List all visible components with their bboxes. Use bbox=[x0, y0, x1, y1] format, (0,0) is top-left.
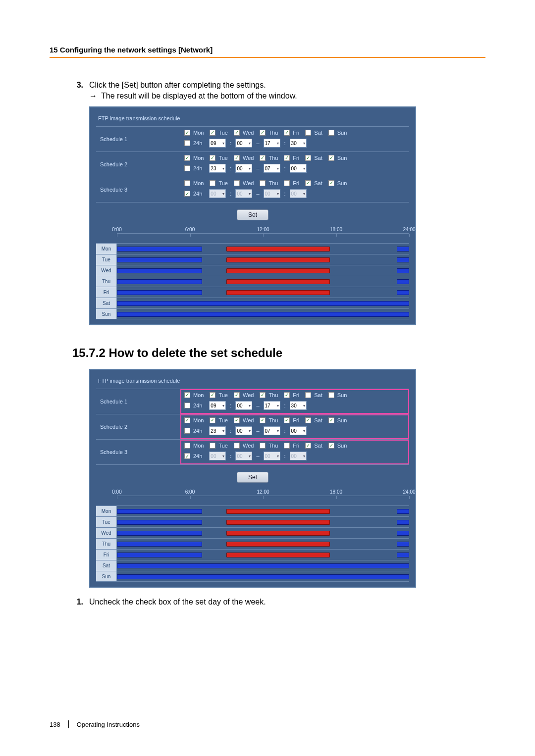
timeline-row-wed: Wed bbox=[96, 527, 409, 538]
schedule-3-sat-checkbox[interactable] bbox=[305, 443, 311, 449]
schedule-2-24h-checkbox[interactable] bbox=[184, 428, 190, 434]
schedule-2-end-min[interactable]: 00▾ bbox=[290, 164, 307, 173]
timeline-bar bbox=[117, 312, 409, 317]
schedule-2-end-hour[interactable]: 07▾ bbox=[264, 164, 280, 173]
schedule-3-days: MonTueWedThuFriSatSun bbox=[184, 443, 405, 449]
timeline-bar bbox=[397, 257, 409, 262]
schedule-1-fri-checkbox[interactable] bbox=[284, 392, 290, 398]
schedule-1-sat-checkbox[interactable] bbox=[305, 392, 311, 398]
schedule-2-thu-checkbox[interactable] bbox=[260, 417, 266, 423]
schedule-1-thu-checkbox[interactable] bbox=[260, 392, 266, 398]
schedule-3-fri-checkbox[interactable] bbox=[284, 443, 290, 449]
schedule-3-tue-checkbox[interactable] bbox=[210, 180, 215, 186]
schedule-1-wed-checkbox[interactable] bbox=[234, 130, 240, 136]
timeline: 0:006:0012:0018:0024:00MonTueWedThuFriSa… bbox=[96, 233, 409, 319]
schedule-2-start-min[interactable]: 00▾ bbox=[235, 164, 252, 173]
axis-label: 0:00 bbox=[112, 489, 121, 495]
schedule-3-mon-checkbox[interactable] bbox=[184, 443, 190, 449]
schedule-1-tue-checkbox[interactable] bbox=[210, 130, 215, 136]
schedule-1-end-hour[interactable]: 17▾ bbox=[264, 139, 280, 148]
schedule-1-end-min[interactable]: 30▾ bbox=[290, 401, 307, 410]
schedule-3-start-min[interactable]: 00▾ bbox=[235, 452, 252, 460]
schedule-1-mon-checkbox[interactable] bbox=[184, 130, 190, 136]
schedule-1-start-min[interactable]: 00▾ bbox=[235, 139, 252, 148]
schedule-1-sat-checkbox[interactable] bbox=[305, 130, 311, 136]
schedule-3-wed-label: Wed bbox=[243, 443, 254, 449]
schedule-2-sun-checkbox[interactable] bbox=[328, 417, 334, 423]
schedule-3-mon-checkbox[interactable] bbox=[184, 180, 190, 186]
schedule-1-sun-label: Sun bbox=[337, 392, 347, 398]
schedule-1-wed-checkbox[interactable] bbox=[234, 392, 240, 398]
schedule-3-thu-checkbox[interactable] bbox=[260, 443, 266, 449]
schedule-1-start-hour[interactable]: 09▾ bbox=[209, 139, 226, 148]
schedule-1-fri-label: Fri bbox=[293, 392, 299, 398]
timeline-row-tue: Tue bbox=[96, 516, 409, 527]
timeline-bar bbox=[226, 268, 330, 273]
schedule-2-24h-checkbox[interactable] bbox=[184, 165, 190, 171]
schedule-1-start-min[interactable]: 00▾ bbox=[235, 401, 252, 410]
schedule-2-end-hour[interactable]: 07▾ bbox=[264, 426, 280, 435]
schedule-1-wed-label: Wed bbox=[243, 130, 254, 136]
schedule-3-24h-label: 24h bbox=[193, 191, 202, 197]
schedule-1-24h-checkbox[interactable] bbox=[184, 140, 190, 146]
schedule-3-start-min[interactable]: 00▾ bbox=[235, 189, 252, 198]
schedule-2-fri-checkbox[interactable] bbox=[284, 155, 290, 161]
schedule-3-wed-checkbox[interactable] bbox=[234, 443, 240, 449]
schedule-3-24h-checkbox[interactable] bbox=[184, 191, 190, 197]
schedule-3-end-min[interactable]: 00▾ bbox=[290, 452, 307, 460]
schedule-3-end-min[interactable]: 00▾ bbox=[290, 189, 307, 198]
schedule-2-tue-checkbox[interactable] bbox=[210, 155, 215, 161]
schedule-1-end-min[interactable]: 30▾ bbox=[290, 139, 307, 148]
schedule-3-thu-checkbox[interactable] bbox=[260, 180, 266, 186]
schedule-1-tue-checkbox[interactable] bbox=[210, 392, 215, 398]
schedule-3-sun-checkbox[interactable] bbox=[328, 180, 334, 186]
schedule-2-sun-checkbox[interactable] bbox=[328, 155, 334, 161]
footer-label: Operating Instructions bbox=[77, 721, 140, 728]
timeline-axis: 0:006:0012:0018:0024:00 bbox=[117, 496, 409, 505]
schedule-3-start-hour[interactable]: 00▾ bbox=[209, 452, 226, 460]
schedule-1-thu-checkbox[interactable] bbox=[260, 130, 266, 136]
schedule-3-sun-checkbox[interactable] bbox=[328, 443, 334, 449]
schedule-3-end-hour[interactable]: 00▾ bbox=[264, 452, 280, 460]
schedule-2-days: MonTueWedThuFriSatSun bbox=[184, 417, 405, 423]
schedule-1-fri-checkbox[interactable] bbox=[284, 130, 290, 136]
schedule-3-end-hour[interactable]: 00▾ bbox=[264, 189, 280, 198]
set-button[interactable]: Set bbox=[237, 209, 268, 220]
schedule-3-24h-checkbox[interactable] bbox=[184, 453, 190, 459]
timeline-bar bbox=[226, 247, 330, 252]
schedule-1-24h-checkbox[interactable] bbox=[184, 403, 190, 408]
schedule-2-thu-checkbox[interactable] bbox=[260, 155, 266, 161]
schedule-2-wed-checkbox[interactable] bbox=[234, 417, 240, 423]
schedule-3-fri-checkbox[interactable] bbox=[284, 180, 290, 186]
schedule-2-start-min[interactable]: 00▾ bbox=[235, 426, 252, 435]
schedule-2-sat-checkbox[interactable] bbox=[305, 417, 311, 423]
schedule-3-start-hour[interactable]: 00▾ bbox=[209, 189, 226, 198]
header-title: 15 Configuring the network settings [Net… bbox=[50, 46, 485, 54]
schedule-2-start-hour[interactable]: 23▾ bbox=[209, 164, 226, 173]
schedule-2-fri-checkbox[interactable] bbox=[284, 417, 290, 423]
timeline-day-label: Thu bbox=[96, 539, 117, 549]
schedule-3-wed-checkbox[interactable] bbox=[234, 180, 240, 186]
chevron-down-icon: ▾ bbox=[249, 192, 251, 196]
schedule-1-thu-label: Thu bbox=[268, 130, 278, 136]
schedule-2-tue-checkbox[interactable] bbox=[210, 417, 215, 423]
schedule-3-sat-checkbox[interactable] bbox=[305, 180, 311, 186]
schedule-1-end-hour[interactable]: 17▾ bbox=[264, 401, 280, 410]
schedule-2-start-hour[interactable]: 23▾ bbox=[209, 426, 226, 435]
schedule-2-sat-checkbox[interactable] bbox=[305, 155, 311, 161]
set-button[interactable]: Set bbox=[237, 472, 268, 483]
schedule-2-mon-checkbox[interactable] bbox=[184, 417, 190, 423]
schedule-1-sun-checkbox[interactable] bbox=[328, 392, 334, 398]
schedule-2-mon-checkbox[interactable] bbox=[184, 155, 190, 161]
schedule-2-wed-checkbox[interactable] bbox=[234, 155, 240, 161]
schedule-1-mon-checkbox[interactable] bbox=[184, 392, 190, 398]
schedule-row-1: Schedule 1MonTueWedThuFriSatSun24h09▾:00… bbox=[96, 389, 409, 414]
schedule-1-sun-checkbox[interactable] bbox=[328, 130, 334, 136]
chevron-down-icon: ▾ bbox=[222, 429, 224, 433]
timeline-bar bbox=[226, 290, 330, 295]
schedule-1-sun-label: Sun bbox=[337, 130, 347, 136]
schedule-3-tue-checkbox[interactable] bbox=[210, 443, 215, 449]
schedule-2-end-min[interactable]: 00▾ bbox=[290, 426, 307, 435]
schedule-1-start-hour[interactable]: 09▾ bbox=[209, 401, 226, 410]
chevron-down-icon: ▾ bbox=[303, 429, 305, 433]
